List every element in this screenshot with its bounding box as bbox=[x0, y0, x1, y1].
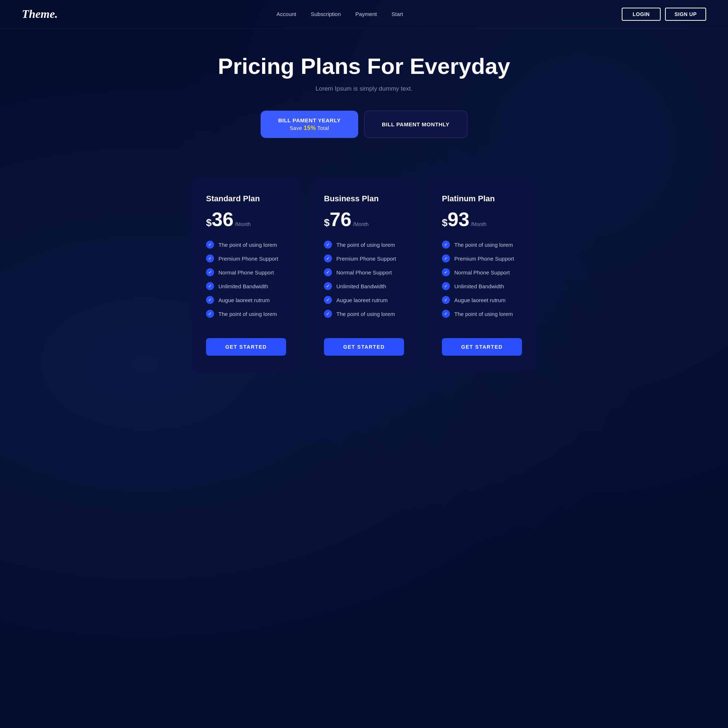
feature-text: Premium Phone Support bbox=[454, 255, 514, 262]
check-icon: ✓ bbox=[206, 282, 214, 290]
feature-text: Premium Phone Support bbox=[336, 255, 396, 262]
feature-item: ✓ The point of using lorem bbox=[206, 241, 286, 249]
feature-item: ✓ The point of using lorem bbox=[442, 241, 522, 249]
feature-text: The point of using lorem bbox=[454, 311, 513, 317]
price-period: /Month bbox=[235, 221, 251, 227]
feature-item: ✓ Normal Phone Support bbox=[324, 268, 404, 276]
save-percent: 15% bbox=[304, 125, 316, 131]
plan-price: $ 76 /Month bbox=[324, 209, 404, 229]
nav-link-start[interactable]: Start bbox=[391, 11, 403, 17]
features-list: ✓ The point of using lorem ✓ Premium Pho… bbox=[206, 241, 286, 324]
feature-item: ✓ Augue laoreet rutrum bbox=[206, 296, 286, 304]
feature-text: Unlimited Bandwidth bbox=[219, 283, 268, 289]
billing-yearly-label: BILL PAMENT YEARLY bbox=[278, 117, 341, 123]
feature-item: ✓ Normal Phone Support bbox=[442, 268, 522, 276]
nav-link-subscription[interactable]: Subscription bbox=[311, 11, 341, 17]
feature-text: The point of using lorem bbox=[219, 311, 277, 317]
feature-item: ✓ Premium Phone Support bbox=[324, 254, 404, 262]
pricing-card-0: Standard Plan $ 36 /Month ✓ The point of… bbox=[191, 178, 301, 372]
feature-item: ✓ The point of using lorem bbox=[324, 241, 404, 249]
check-icon: ✓ bbox=[442, 254, 450, 262]
feature-text: The point of using lorem bbox=[336, 311, 395, 317]
signup-button[interactable]: SIGN UP bbox=[665, 8, 706, 21]
feature-item: ✓ Augue laoreet rutrum bbox=[442, 296, 522, 304]
get-started-button[interactable]: GET STARTED bbox=[442, 338, 522, 356]
feature-text: Normal Phone Support bbox=[219, 269, 274, 275]
feature-text: Augue laoreet rutrum bbox=[336, 297, 388, 303]
billing-yearly-button[interactable]: BILL PAMENT YEARLY Save 15% Total bbox=[261, 111, 358, 138]
feature-text: Augue laoreet rutrum bbox=[454, 297, 506, 303]
price-amount: 76 bbox=[330, 209, 352, 229]
plan-name: Standard Plan bbox=[206, 194, 286, 203]
check-icon: ✓ bbox=[324, 296, 332, 304]
plan-name: Platinum Plan bbox=[442, 194, 522, 203]
feature-item: ✓ Unlimited Bandwidth bbox=[206, 282, 286, 290]
check-icon: ✓ bbox=[206, 241, 214, 249]
hero-title: Pricing Plans For Everyday bbox=[7, 54, 721, 79]
check-icon: ✓ bbox=[206, 254, 214, 262]
feature-item: ✓ Premium Phone Support bbox=[442, 254, 522, 262]
billing-monthly-button[interactable]: BILL PAMENT MONTHLY bbox=[364, 111, 467, 138]
pricing-card-1: Business Plan $ 76 /Month ✓ The point of… bbox=[309, 178, 419, 372]
feature-item: ✓ Unlimited Bandwidth bbox=[442, 282, 522, 290]
nav-buttons: LOGIN SIGN UP bbox=[622, 8, 706, 21]
get-started-button[interactable]: GET STARTED bbox=[324, 338, 404, 356]
feature-item: ✓ The point of using lorem bbox=[206, 310, 286, 318]
navbar: Theme. Account Subscription Payment Star… bbox=[0, 0, 728, 28]
feature-text: Normal Phone Support bbox=[454, 269, 510, 275]
price-dollar: $ bbox=[324, 217, 330, 229]
check-icon: ✓ bbox=[324, 254, 332, 262]
plan-price: $ 93 /Month bbox=[442, 209, 522, 229]
price-dollar: $ bbox=[206, 217, 212, 229]
feature-text: Premium Phone Support bbox=[219, 255, 278, 262]
feature-item: ✓ The point of using lorem bbox=[442, 310, 522, 318]
check-icon: ✓ bbox=[442, 310, 450, 318]
price-amount: 93 bbox=[448, 209, 470, 229]
feature-text: The point of using lorem bbox=[454, 242, 513, 248]
nav-links: Account Subscription Payment Start bbox=[277, 11, 403, 17]
features-list: ✓ The point of using lorem ✓ Premium Pho… bbox=[324, 241, 404, 324]
pricing-cards: Standard Plan $ 36 /Month ✓ The point of… bbox=[0, 178, 728, 401]
check-icon: ✓ bbox=[324, 310, 332, 318]
check-icon: ✓ bbox=[206, 310, 214, 318]
nav-link-payment[interactable]: Payment bbox=[355, 11, 377, 17]
plan-price: $ 36 /Month bbox=[206, 209, 286, 229]
billing-yearly-save: Save 15% Total bbox=[278, 125, 341, 132]
feature-item: ✓ Unlimited Bandwidth bbox=[324, 282, 404, 290]
check-icon: ✓ bbox=[324, 282, 332, 290]
pricing-card-2: Platinum Plan $ 93 /Month ✓ The point of… bbox=[427, 178, 537, 372]
save-suffix: Total bbox=[317, 125, 329, 131]
save-text-label: Save bbox=[290, 125, 302, 131]
features-list: ✓ The point of using lorem ✓ Premium Pho… bbox=[442, 241, 522, 324]
login-button[interactable]: LOGIN bbox=[622, 8, 661, 21]
get-started-button[interactable]: GET STARTED bbox=[206, 338, 286, 356]
feature-item: ✓ Premium Phone Support bbox=[206, 254, 286, 262]
plan-name: Business Plan bbox=[324, 194, 404, 203]
check-icon: ✓ bbox=[442, 268, 450, 276]
feature-item: ✓ Normal Phone Support bbox=[206, 268, 286, 276]
feature-item: ✓ Augue laoreet rutrum bbox=[324, 296, 404, 304]
feature-text: The point of using lorem bbox=[219, 242, 277, 248]
logo: Theme. bbox=[22, 7, 58, 21]
price-period: /Month bbox=[353, 221, 369, 227]
hero-subtitle: Lorem Ipsum is simply dummy text. bbox=[7, 85, 721, 92]
check-icon: ✓ bbox=[442, 296, 450, 304]
price-period: /Month bbox=[471, 221, 487, 227]
hero-section: Pricing Plans For Everyday Lorem Ipsum i… bbox=[0, 28, 728, 178]
feature-item: ✓ The point of using lorem bbox=[324, 310, 404, 318]
feature-text: Unlimited Bandwidth bbox=[454, 283, 504, 289]
check-icon: ✓ bbox=[442, 241, 450, 249]
billing-toggle: BILL PAMENT YEARLY Save 15% Total BILL P… bbox=[7, 111, 721, 138]
check-icon: ✓ bbox=[324, 241, 332, 249]
nav-link-account[interactable]: Account bbox=[277, 11, 296, 17]
feature-text: The point of using lorem bbox=[336, 242, 395, 248]
feature-text: Normal Phone Support bbox=[336, 269, 392, 275]
price-amount: 36 bbox=[212, 209, 234, 229]
check-icon: ✓ bbox=[206, 296, 214, 304]
check-icon: ✓ bbox=[206, 268, 214, 276]
check-icon: ✓ bbox=[324, 268, 332, 276]
check-icon: ✓ bbox=[442, 282, 450, 290]
feature-text: Unlimited Bandwidth bbox=[336, 283, 386, 289]
feature-text: Augue laoreet rutrum bbox=[219, 297, 270, 303]
price-dollar: $ bbox=[442, 217, 448, 229]
